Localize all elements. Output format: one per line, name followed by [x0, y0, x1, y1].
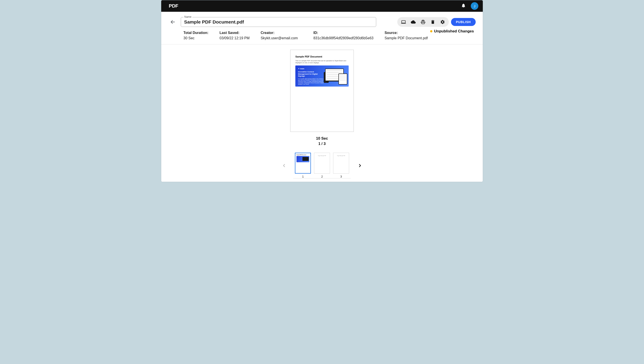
header-row: Name PUBLISH	[161, 12, 483, 27]
status-dot-icon	[430, 30, 432, 32]
status-text: Unpublished Changes	[434, 29, 474, 34]
meta-id: ID: 831c36db98f54df2809edf280d6b5e63	[313, 31, 374, 40]
meta-creator: Creator: Skykit.user@email.com	[261, 31, 298, 40]
thumb-slot: Page 3/Sample PDF3	[333, 153, 349, 178]
pdf-page-title: Sample PDF Document	[295, 55, 349, 58]
topbar-right: J	[461, 2, 478, 10]
header-actions: PUBLISH	[397, 17, 476, 27]
thumb-slot: Page 2/Sample PDF2	[314, 153, 330, 178]
app-title: PDF	[169, 3, 178, 9]
notifications-icon[interactable]	[461, 3, 466, 9]
thumb-number: 1	[302, 175, 304, 178]
mock-tablet-icon	[338, 74, 347, 84]
meta-value: Skykit.user@email.com	[261, 36, 298, 40]
banner-mock-devices	[324, 68, 349, 85]
name-field-wrap: Name	[181, 17, 376, 27]
pdf-banner: beam Innovative Content Management for D…	[295, 66, 349, 86]
pdf-page-desc: This is a sample PDF document that can b…	[295, 60, 349, 64]
meta-label: Source:	[385, 31, 428, 35]
meta-value: Sample PDF Document.pdf	[385, 36, 428, 40]
avatar[interactable]: J	[471, 2, 478, 10]
banner-brand-text: beam	[300, 68, 304, 70]
laptop-icon[interactable]	[399, 18, 408, 26]
next-page-arrow[interactable]	[356, 162, 364, 169]
thumb-slot: Sample PDF Document1	[295, 153, 311, 178]
pdf-page-preview: Sample PDF Document This is a sample PDF…	[290, 50, 354, 132]
trash-icon[interactable]	[428, 18, 438, 26]
preview-area: Sample PDF Document This is a sample PDF…	[161, 44, 483, 182]
meta-label: ID:	[313, 31, 374, 35]
cloud-icon[interactable]	[408, 18, 418, 26]
drive-icon[interactable]	[418, 18, 428, 26]
action-group	[397, 17, 449, 27]
meta-row: Total Duration: 30 Sec Last Saved: 03/09…	[161, 27, 483, 44]
unpublished-status: Unpublished Changes	[430, 29, 474, 34]
thumb-page-2[interactable]: Page 2/Sample PDF	[314, 153, 330, 174]
thumb-placeholder-text: Page 3/Sample PDF	[334, 155, 348, 156]
meta-value: 03/09/22 12:19 PM	[220, 36, 250, 40]
banner-sub: Our versatile digital signage platform w…	[298, 78, 324, 85]
name-field-label: Name	[183, 15, 192, 18]
page-duration: 10 Sec	[316, 136, 328, 141]
thumb-number: 3	[340, 175, 342, 178]
thumb-placeholder-text: Page 2/Sample PDF	[315, 155, 329, 156]
back-button[interactable]	[168, 18, 177, 26]
meta-label: Creator:	[261, 31, 298, 35]
meta-last-saved: Last Saved: 03/09/22 12:19 PM	[220, 31, 250, 40]
meta-value: 831c36db98f54df2809edf280d6b5e63	[313, 36, 374, 40]
meta-label: Last Saved:	[220, 31, 250, 35]
thumbs-container: Sample PDF Document1Page 2/Sample PDF2Pa…	[295, 153, 349, 178]
page-counter: 1 / 3	[318, 142, 326, 146]
meta-source: Source: Sample PDF Document.pdf	[385, 31, 428, 40]
thumb-mini-banner	[296, 156, 309, 162]
thumbs-row: Sample PDF Document1Page 2/Sample PDF2Pa…	[280, 153, 364, 178]
thumb-number: 2	[321, 175, 323, 178]
thumb-page-3[interactable]: Page 3/Sample PDF	[333, 153, 349, 174]
meta-label: Total Duration:	[183, 31, 209, 35]
thumb-page-1[interactable]: Sample PDF Document	[295, 153, 311, 174]
app-window: PDF J Name	[161, 0, 483, 182]
meta-duration: Total Duration: 30 Sec	[183, 31, 209, 40]
page-meta: 10 Sec 1 / 3	[316, 136, 328, 146]
thumbs-underline	[293, 178, 351, 178]
avatar-initial: J	[474, 4, 475, 8]
name-input[interactable]	[181, 17, 376, 27]
publish-button[interactable]: PUBLISH	[451, 18, 476, 26]
prev-page-arrow	[280, 162, 288, 169]
gear-icon[interactable]	[438, 18, 447, 26]
topbar: PDF J	[161, 0, 483, 12]
thumb-mini-title: Sample PDF Document	[296, 154, 309, 155]
banner-headline: Innovative Content Management for Digita…	[298, 71, 324, 77]
meta-value: 30 Sec	[183, 36, 209, 40]
